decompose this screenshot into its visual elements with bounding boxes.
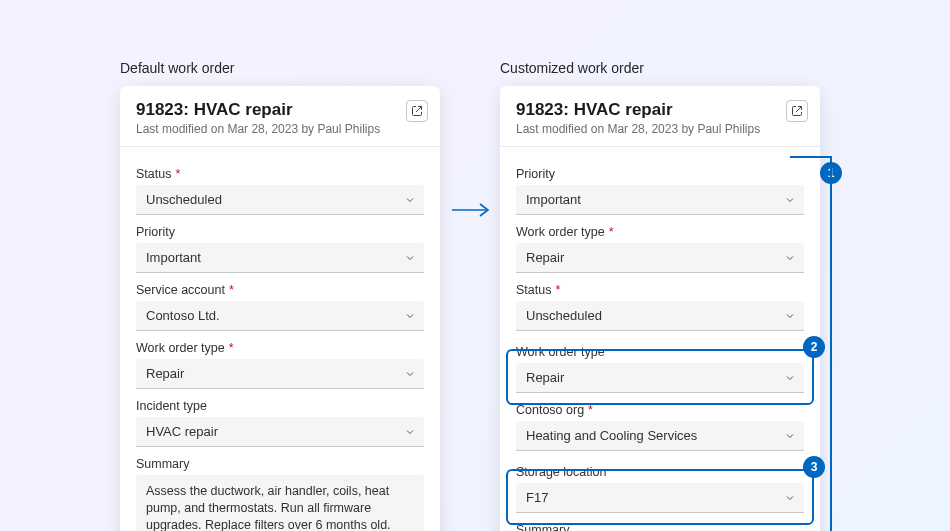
label-incident-type: Incident type: [136, 399, 424, 413]
chevron-down-icon: [784, 194, 796, 206]
select-priority[interactable]: Important: [136, 243, 424, 273]
select-work-order-type[interactable]: Repair: [516, 243, 804, 273]
required-asterisk: *: [175, 167, 180, 181]
select-value: Important: [526, 192, 581, 207]
select-value: F17: [526, 490, 548, 505]
column-title-customized: Customized work order: [500, 60, 820, 76]
column-title-default: Default work order: [120, 60, 440, 76]
select-value: Unscheduled: [146, 192, 222, 207]
card-title: 91823: HVAC repair: [516, 100, 804, 120]
label-service-account: Service account *: [136, 283, 424, 297]
chevron-down-icon: [404, 368, 416, 380]
popout-icon: [791, 105, 803, 117]
select-value: Important: [146, 250, 201, 265]
arrow-icon: [450, 200, 492, 220]
select-work-order-type-2[interactable]: Repair: [516, 363, 804, 393]
popout-button[interactable]: [406, 100, 428, 122]
select-value: Heating and Cooling Services: [526, 428, 697, 443]
chevron-down-icon: [784, 252, 796, 264]
label-status: Status *: [136, 167, 424, 181]
select-value: Contoso Ltd.: [146, 308, 220, 323]
label-summary: Summary: [516, 523, 804, 531]
label-storage-location: Storage location: [516, 465, 804, 479]
select-contoso-org[interactable]: Heating and Cooling Services: [516, 421, 804, 451]
required-asterisk: *: [229, 283, 234, 297]
required-asterisk: *: [609, 225, 614, 239]
chevron-down-icon: [784, 492, 796, 504]
select-storage-location[interactable]: F17: [516, 483, 804, 513]
card-header: 91823: HVAC repair Last modified on Mar …: [120, 86, 440, 147]
chevron-down-icon: [404, 426, 416, 438]
chevron-down-icon: [784, 310, 796, 322]
popout-icon: [411, 105, 423, 117]
card-customized: 91823: HVAC repair Last modified on Mar …: [500, 86, 820, 531]
label-priority: Priority: [516, 167, 804, 181]
select-value: Repair: [146, 366, 184, 381]
select-value: Repair: [526, 370, 564, 385]
chevron-down-icon: [404, 194, 416, 206]
required-asterisk: *: [229, 341, 234, 355]
required-asterisk: *: [588, 403, 593, 417]
card-header: 91823: HVAC repair Last modified on Mar …: [500, 86, 820, 147]
label-contoso-org: Contoso org *: [516, 403, 804, 417]
card-default: 91823: HVAC repair Last modified on Mar …: [120, 86, 440, 531]
chevron-down-icon: [784, 372, 796, 384]
label-status: Status *: [516, 283, 804, 297]
required-asterisk: *: [555, 283, 560, 297]
select-status[interactable]: Unscheduled: [136, 185, 424, 215]
callout-line-1-vertical: [830, 156, 832, 531]
callout-badge-1: 1: [820, 162, 842, 184]
select-value: HVAC repair: [146, 424, 218, 439]
select-status[interactable]: Unscheduled: [516, 301, 804, 331]
popout-button[interactable]: [786, 100, 808, 122]
select-value: Unscheduled: [526, 308, 602, 323]
chevron-down-icon: [404, 252, 416, 264]
card-subtitle: Last modified on Mar 28, 2023 by Paul Ph…: [516, 122, 804, 136]
label-summary: Summary: [136, 457, 424, 471]
card-subtitle: Last modified on Mar 28, 2023 by Paul Ph…: [136, 122, 424, 136]
select-work-order-type[interactable]: Repair: [136, 359, 424, 389]
label-work-order-type-2: Work order type: [516, 345, 804, 359]
select-value: Repair: [526, 250, 564, 265]
textarea-summary[interactable]: Assess the ductwork, air handler, coils,…: [136, 475, 424, 531]
select-incident-type[interactable]: HVAC repair: [136, 417, 424, 447]
chevron-down-icon: [784, 430, 796, 442]
card-title: 91823: HVAC repair: [136, 100, 424, 120]
select-service-account[interactable]: Contoso Ltd.: [136, 301, 424, 331]
label-work-order-type: Work order type *: [136, 341, 424, 355]
label-priority: Priority: [136, 225, 424, 239]
select-priority[interactable]: Important: [516, 185, 804, 215]
chevron-down-icon: [404, 310, 416, 322]
label-work-order-type: Work order type *: [516, 225, 804, 239]
